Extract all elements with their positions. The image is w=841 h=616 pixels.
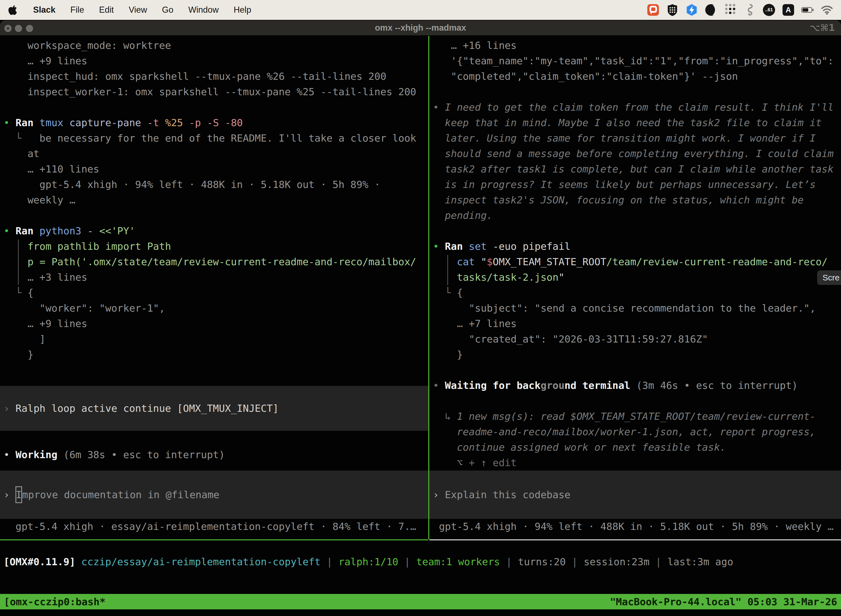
tool-output-connector — [447, 255, 448, 285]
badge-61-label: ..61 — [763, 4, 775, 16]
text-segment: gpt-5.4 xhigh · 94% left · 488K in · 5.1… — [433, 521, 834, 532]
text-segment: workspace_mode: worktree — [4, 40, 171, 51]
text-segment: Waiting for back — [445, 380, 541, 391]
text-segment: mprove documentation in @filename — [22, 489, 219, 500]
text-segment: • — [433, 241, 445, 252]
text-segment: OMX_TEAM_STATE_ROOT — [493, 256, 607, 267]
terminal-line: … +3 lines — [4, 270, 428, 285]
terminal-line: readme-and-reco/mailbox/worker-1.json, a… — [433, 424, 841, 440]
text-segment: readme-and-reco/mailbox/worker-1.json, a… — [433, 426, 816, 437]
text-segment: - — [87, 225, 99, 236]
menu-item-file[interactable]: File — [70, 5, 84, 15]
text-segment: gpt-5.4 xhigh · 94% left · 488K in · 5.1… — [4, 179, 380, 190]
text-segment: tmux — [40, 117, 69, 128]
tmux-status-bar: [omx-cczip0:bash* "MacBook-Pro-44.local"… — [0, 594, 841, 609]
terminal-line: • I need to get the claim token from the… — [433, 100, 841, 115]
terminal-line: from pathlib import Path — [4, 239, 428, 254]
text-segment: ] — [4, 333, 45, 345]
menu-item-edit[interactable]: Edit — [99, 5, 114, 15]
text-segment: └ — [4, 287, 28, 298]
badge-61-icon[interactable]: ..61 — [763, 4, 775, 16]
shield-grid-icon[interactable] — [666, 4, 679, 16]
text-segment: pending. — [433, 210, 493, 221]
terminal-line: "worker": "worker-1", — [4, 301, 428, 316]
terminal-line — [433, 223, 841, 239]
text-segment: should send a message before completing … — [433, 148, 834, 159]
text-segment: └ — [433, 287, 457, 298]
text-segment: … +110 lines — [4, 163, 99, 175]
apple-menu-icon[interactable] — [8, 4, 18, 16]
wifi-icon[interactable] — [820, 4, 833, 16]
a-icon[interactable]: A — [782, 4, 795, 16]
text-segment: … +9 lines — [4, 55, 87, 66]
terminal-line: "subject": "send a concise recommendatio… — [433, 301, 841, 316]
screenshot-tooltip: Scre — [817, 270, 841, 285]
menu-bar: SlackFileEditViewGoWindowHelp ..61 A — [0, 0, 841, 20]
text-segment: -euo pipefail — [493, 241, 571, 252]
text-segment: inspect_hud: omx sparkshell --tmux-pane … — [4, 70, 386, 82]
text-segment: later. Using the same for transition mig… — [433, 132, 816, 144]
menu-item-go[interactable]: Go — [162, 5, 173, 15]
text-segment: cczip/essay/ai-reimplementation-copyleft — [81, 556, 321, 568]
text-segment: [OMX#0.11.9] — [4, 556, 75, 568]
text-segment: Ralph loop active continue [OMX_TMUX_INJ… — [15, 403, 279, 414]
text-segment: from pathlib import Path — [4, 241, 171, 252]
text-segment: "worker": "worker-1", — [4, 302, 165, 314]
menu-item-slack[interactable]: Slack — [33, 5, 56, 15]
crescent-icon[interactable] — [705, 4, 717, 16]
text-segment: | — [321, 556, 338, 568]
window-titlebar[interactable]: omx --xhigh --madmax ⌥⌘1 — [0, 21, 841, 35]
terminal-line: } — [4, 347, 428, 362]
text-segment: Explain this codebase — [445, 489, 570, 500]
text-segment: python3 — [40, 225, 87, 236]
text-segment: └ — [4, 132, 40, 144]
terminal-line: weekly … — [4, 192, 428, 208]
text-segment: | — [500, 556, 518, 568]
battery-icon[interactable] — [801, 4, 814, 16]
terminal-line: … +110 lines — [4, 161, 428, 177]
pane-divider[interactable] — [428, 36, 429, 539]
terminal-line: inspect task2's JSON, focusing on the st… — [433, 192, 841, 208]
text-segment: • — [433, 101, 445, 113]
squiggle-icon[interactable] — [743, 4, 756, 16]
ralph-loop-text: › Ralph loop active continue [OMX_TMUX_I… — [4, 401, 279, 416]
text-segment: } — [433, 349, 463, 360]
text-segment: Ran — [15, 117, 40, 128]
menu-item-window[interactable]: Window — [188, 5, 218, 15]
menu-item-view[interactable]: View — [129, 5, 147, 15]
terminal-line: ↳ 1 new msg(s): read $OMX_TEAM_STATE_ROO… — [433, 409, 841, 424]
text-segment: › — [433, 489, 445, 500]
terminal-line: workspace_mode: worktree — [4, 38, 428, 53]
text-segment: • — [4, 225, 15, 236]
text-segment — [433, 271, 457, 283]
text-segment: | — [399, 556, 416, 568]
text-segment: last:3m ago — [667, 556, 733, 568]
left-prompt-input[interactable]: › Improve documentation in @filename — [0, 471, 428, 519]
terminal-line: keep that in mind. Maybe I also need the… — [433, 115, 841, 131]
right-pane-border — [429, 539, 841, 540]
text-segment: p = Path('.omx/state/team/review-current… — [4, 256, 416, 267]
left-pane-statusline: gpt-5.4 xhigh · essay/ai-reimplementatio… — [4, 519, 428, 534]
text-segment: inspect task2's JSON, focusing on the st… — [433, 194, 804, 205]
dots-grid-icon[interactable] — [724, 4, 737, 16]
chat-icon[interactable] — [647, 4, 659, 16]
text-segment: session:23m — [583, 556, 649, 568]
text-segment: … +3 lines — [4, 271, 87, 283]
text-segment: cat — [457, 256, 481, 267]
omx-status-line: [OMX#0.11.9] cczip/essay/ai-reimplementa… — [4, 554, 841, 570]
text-segment: nd terminal — [564, 380, 630, 391]
menu-item-help[interactable]: Help — [234, 5, 251, 15]
text-segment: "subject": "send a concise recommendatio… — [433, 302, 816, 314]
terminal-line: p = Path('.omx/state/team/review-current… — [4, 254, 428, 270]
hexagon-bolt-icon[interactable] — [686, 4, 698, 16]
right-prompt-input[interactable]: › Explain this codebase — [429, 471, 841, 519]
terminal-line: at — [4, 146, 428, 161]
terminal-line: '{"team_name":"my-team","task_id":"1","f… — [433, 53, 841, 69]
terminal-line — [4, 208, 428, 223]
terminal-line: cat "$OMX_TEAM_STATE_ROOT/team/review-cu… — [433, 254, 841, 270]
text-segment: keep that in mind. Maybe I also need the… — [433, 117, 822, 128]
window-shortcut-badge: ⌥⌘1 — [810, 21, 835, 35]
text-segment: … +9 lines — [4, 318, 87, 329]
text-segment: • — [4, 449, 15, 461]
text-segment: › — [4, 489, 15, 500]
